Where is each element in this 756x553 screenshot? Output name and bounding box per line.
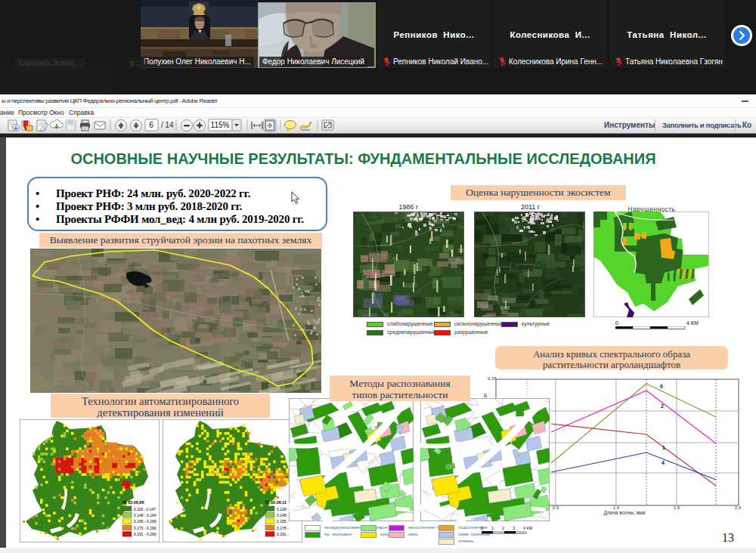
svg-text:0,118 - 0,147: 0,118 - 0,147	[134, 507, 156, 511]
svg-text:2: 2	[661, 403, 664, 409]
svg-text:0,170 - 0,190: 0,170 - 0,190	[134, 526, 156, 530]
svg-text:Б: Б	[484, 393, 488, 398]
svg-text:6: 6	[149, 121, 153, 129]
svg-text:0: 0	[481, 526, 483, 530]
svg-text:0,128 -: 0,128 -	[277, 507, 289, 511]
svg-text:1: 1	[491, 526, 494, 530]
svg-text:Длина волны, мкм: Длина волны, мкм	[603, 510, 646, 516]
svg-text:0,178 -: 0,178 -	[277, 526, 289, 530]
svg-text:1,9: 1,9	[674, 505, 680, 510]
svg-text:/ 14: / 14	[161, 121, 174, 129]
svg-text:0,165 - 0,169: 0,165 - 0,169	[134, 519, 156, 524]
svg-text:2: 2	[502, 526, 504, 530]
svg-text:IR 02.06.11: IR 02.06.11	[265, 500, 287, 505]
svg-text:2,4: 2,4	[735, 505, 742, 510]
svg-text:115%: 115%	[211, 121, 230, 129]
svg-text:0,148 -: 0,148 -	[277, 513, 289, 517]
svg-text:4 КМ: 4 КМ	[523, 526, 533, 530]
svg-text:IR 13,06,86: IR 13,06,86	[122, 500, 144, 505]
svg-text:0.25: 0.25	[488, 376, 497, 381]
svg-text:3: 3	[513, 526, 515, 530]
svg-text:0,191 - 0,266: 0,191 - 0,266	[134, 532, 156, 536]
svg-text:0,155 -: 0,155 -	[277, 519, 289, 524]
svg-text:0: 0	[660, 384, 663, 389]
svg-text:0,191 -: 0,191 -	[277, 532, 289, 536]
svg-text:4: 4	[662, 460, 665, 465]
svg-text:1: 1	[662, 445, 665, 450]
svg-text:0,148 - 0,164: 0,148 - 0,164	[134, 513, 156, 517]
svg-text:0,9: 0,9	[553, 505, 559, 510]
